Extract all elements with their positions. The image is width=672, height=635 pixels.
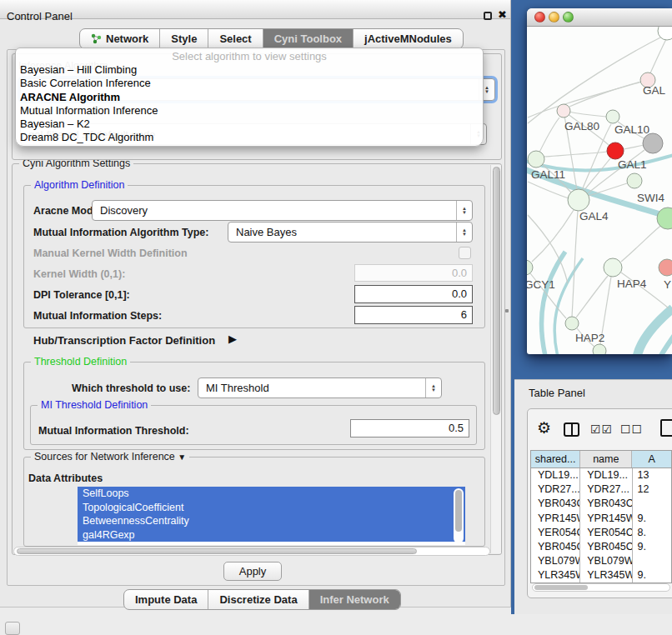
- gear-icon[interactable]: ⚙: [537, 420, 551, 436]
- tab-label: jActiveMNodules: [364, 32, 452, 45]
- table-cell: YDL19...: [531, 468, 580, 482]
- bottom-tab-discretize-data[interactable]: Discretize Data: [208, 590, 308, 609]
- scrollbar-thumb[interactable]: [455, 490, 462, 532]
- network-canvas[interactable]: GALGAL80GAL10GAL1GAL11SWI4GAL4GCY1HAP4YH…: [527, 27, 672, 354]
- data-attributes-list[interactable]: SelfLoopsTopologicalCoefficientBetweenne…: [78, 487, 465, 545]
- close-traffic-light[interactable]: [534, 12, 545, 22]
- close-icon[interactable]: ✖: [498, 8, 507, 21]
- algorithm-option-bayesian-k2[interactable]: Bayesian – K2: [16, 118, 483, 131]
- table-cell: YDR27...: [531, 482, 580, 497]
- columns-icon[interactable]: [564, 422, 579, 437]
- table-panel-title: Table Panel: [529, 387, 585, 399]
- table-row[interactable]: YBR043CYBR043C: [531, 497, 671, 511]
- column-header-shared[interactable]: shared...: [531, 451, 580, 468]
- attribute-item-topologicalcoefficient[interactable]: TopologicalCoefficient: [78, 501, 465, 515]
- algorithm-option-mutual-information-inference[interactable]: Mutual Information Inference: [16, 104, 483, 118]
- attribute-item-gal4rgexp[interactable]: gal4RGexp: [78, 528, 465, 542]
- network-node-gcy1[interactable]: [527, 260, 533, 275]
- network-node[interactable]: [657, 208, 672, 229]
- deselect-all-checks-icon[interactable]: ☐☐: [620, 422, 643, 436]
- network-node-hap2[interactable]: [565, 317, 579, 330]
- algorithm-option-aracne-algorithm[interactable]: ARACNE Algorithm: [16, 91, 483, 104]
- network-node-hap4[interactable]: [604, 258, 622, 277]
- tab-select[interactable]: Select: [208, 29, 262, 48]
- scrollbar-thumb[interactable]: [17, 548, 417, 554]
- scrollbar-thumb[interactable]: [493, 167, 500, 415]
- zoom-traffic-light[interactable]: [563, 12, 574, 22]
- table-header-row: shared...nameA: [531, 451, 671, 468]
- table-cell: YPR145W: [580, 512, 632, 526]
- table-cell: YBR043C: [531, 497, 580, 511]
- settings-horizontal-scrollbar[interactable]: [13, 547, 490, 556]
- main-tabs: NetworkStyleSelectCyni ToolboxjActiveMNo…: [79, 28, 464, 49]
- network-node[interactable]: [593, 344, 606, 354]
- network-node-gal4[interactable]: [568, 189, 589, 211]
- minimized-panel-button[interactable]: [5, 622, 20, 635]
- tab-label: Impute Data: [135, 593, 197, 606]
- minimize-traffic-light[interactable]: [549, 12, 559, 22]
- mi-type-combo[interactable]: Naive Bayes ▲▼: [228, 222, 473, 242]
- algorithm-option-basic-correlation-inference[interactable]: Basic Correlation Inference: [16, 77, 483, 90]
- algorithm-option-dream8-dc-tdc-algorithm[interactable]: Dream8 DC_TDC Algorithm: [16, 131, 483, 144]
- bottom-tabs: Impute DataDiscretize DataInfer Network: [123, 589, 401, 610]
- apply-button[interactable]: Apply: [223, 562, 282, 581]
- float-window-icon[interactable]: [484, 12, 492, 20]
- which-threshold-value: MI Threshold: [198, 382, 425, 394]
- edge-bundle-teal: [527, 155, 672, 354]
- network-node-swi4[interactable]: [627, 173, 642, 188]
- table-cell: 13: [633, 468, 672, 482]
- table-row[interactable]: YBL079WYBL079W: [531, 554, 671, 568]
- manual-kernel-checkbox[interactable]: [459, 247, 471, 259]
- expand-arrow-icon[interactable]: ▶: [228, 332, 237, 345]
- table-horizontal-scrollbar[interactable]: [532, 583, 670, 592]
- dropdown-prompt: Select algorithm to view settings: [16, 49, 483, 63]
- dpi-tolerance-field[interactable]: 0.0: [354, 285, 473, 303]
- settings-vertical-scrollbar[interactable]: [490, 165, 501, 553]
- collapse-arrow-icon[interactable]: ▼: [178, 452, 186, 462]
- node-table[interactable]: shared...nameAYDL19...YDL19...13YDR27...…: [530, 450, 672, 583]
- splitter-grip[interactable]: [505, 309, 509, 312]
- network-node-gal1[interactable]: [607, 142, 624, 159]
- algorithm-option-bayesian-hill-climbing[interactable]: Bayesian – Hill Climbing: [16, 63, 483, 77]
- tab-label: Discretize Data: [219, 593, 297, 606]
- select-all-checks-icon[interactable]: ☑☑: [590, 422, 613, 436]
- tab-style[interactable]: Style: [159, 29, 208, 48]
- aracne-mode-combo[interactable]: Discovery ▲▼: [92, 200, 473, 221]
- column-header-a[interactable]: A: [632, 451, 671, 468]
- mi-type-label: Mutual Information Algorithm Type:: [33, 227, 208, 238]
- table-cell: YDR27...: [580, 482, 632, 497]
- attribute-item-selfloops[interactable]: SelfLoops: [78, 487, 465, 501]
- node-label-gal11: GAL11: [531, 168, 565, 181]
- bottom-tab-infer-network[interactable]: Infer Network: [308, 590, 400, 609]
- attribute-item-betweennesscentrality[interactable]: BetweennessCentrality: [78, 514, 465, 528]
- table-row[interactable]: YPR145WYPR145W9.: [531, 512, 671, 526]
- table-cell: YBL079W: [580, 554, 632, 568]
- attributes-scrollbar[interactable]: [454, 488, 464, 543]
- table-row[interactable]: YER054CYER054C8.: [531, 526, 671, 540]
- node-label-hap2: HAP2: [575, 332, 604, 344]
- network-node-y[interactable]: [659, 259, 672, 276]
- mi-threshold-field[interactable]: 0.5: [350, 419, 469, 438]
- network-node-gal11[interactable]: [528, 151, 544, 168]
- table-row[interactable]: YLR345WYLR345W9.: [531, 568, 671, 582]
- which-threshold-combo[interactable]: MI Threshold ▲▼: [198, 378, 442, 398]
- table-row[interactable]: YDR27...YDR27...12: [531, 482, 671, 497]
- mi-steps-field[interactable]: 6: [354, 306, 473, 324]
- table-row[interactable]: YBR045CYBR045C9.: [531, 540, 671, 554]
- network-node-gal10[interactable]: [606, 110, 619, 123]
- network-node[interactable]: [643, 133, 663, 153]
- scrollbar-thumb[interactable]: [534, 585, 588, 590]
- kernel-width-field[interactable]: 0.0: [354, 264, 473, 282]
- tab-cyni-toolbox[interactable]: Cyni Toolbox: [263, 29, 353, 48]
- tab-jactivemnodules[interactable]: jActiveMNodules: [353, 29, 463, 48]
- document-icon[interactable]: [660, 419, 672, 437]
- network-node-gal80[interactable]: [557, 104, 570, 118]
- network-view-window[interactable]: GALGAL80GAL10GAL1GAL11SWI4GAL4GCY1HAP4YH…: [527, 8, 672, 354]
- column-header-name[interactable]: name: [580, 451, 632, 468]
- table-cell: 9.: [633, 568, 672, 582]
- table-row[interactable]: YDL19...YDL19...13: [531, 468, 671, 482]
- table-cell: YLR345W: [531, 568, 580, 582]
- bottom-tab-impute-data[interactable]: Impute Data: [124, 590, 208, 609]
- tab-network[interactable]: Network: [80, 29, 159, 48]
- network-window-titlebar[interactable]: [527, 8, 672, 27]
